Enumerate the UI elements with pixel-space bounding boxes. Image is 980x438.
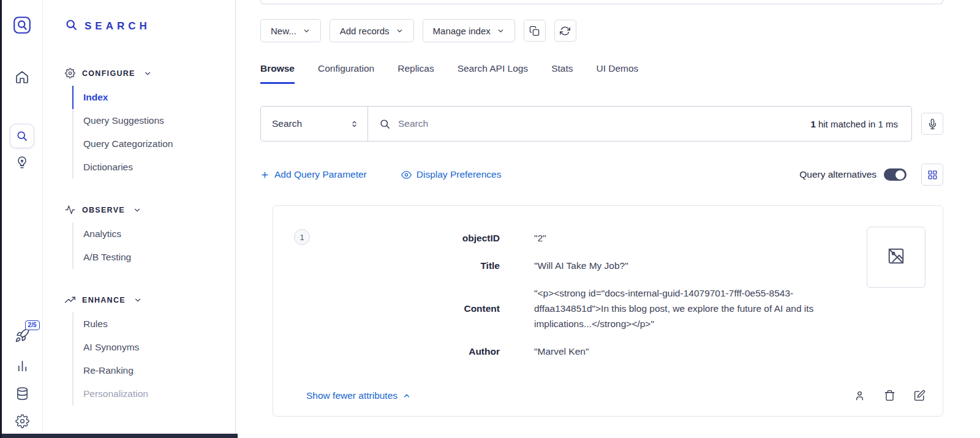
sidebar-item-personalization[interactable]: Personalization — [72, 382, 235, 406]
tab-stats[interactable]: Stats — [551, 63, 573, 84]
hit-number-badge: 1 — [294, 229, 310, 245]
sidebar-item-query-suggestions[interactable]: Query Suggestions — [72, 109, 235, 132]
query-alternatives-label: Query alternatives — [799, 169, 876, 180]
new-button-label: New... — [271, 26, 296, 36]
index-toolbar: New... Add records Manage index — [260, 19, 943, 42]
algolia-logo-icon[interactable] — [13, 16, 31, 34]
refresh-button[interactable] — [554, 20, 576, 42]
chevron-down-icon — [133, 206, 141, 214]
section-configure[interactable]: CONFIGURE — [65, 68, 235, 78]
refresh-icon — [560, 26, 570, 36]
hits-count: 1 — [810, 119, 815, 129]
chevron-down-icon — [303, 27, 311, 35]
add-records-label: Add records — [340, 26, 390, 36]
sidebar-item-rules[interactable]: Rules — [72, 312, 235, 336]
index-tabs: Browse Configuration Replicas Search API… — [260, 63, 943, 84]
search-product-icon[interactable] — [10, 124, 34, 148]
microphone-icon — [927, 119, 938, 129]
tab-browse[interactable]: Browse — [260, 63, 295, 84]
tab-configuration[interactable]: Configuration — [318, 63, 374, 84]
search-scope-selector[interactable]: Search — [261, 107, 368, 141]
hit-footer: Show fewer attributes — [294, 390, 925, 401]
app-window: 2/5 SEARCH CONFIGURE — [0, 0, 980, 438]
home-icon[interactable] — [15, 70, 29, 85]
hit-body: 1 objectID "2" Title "Will AI Take My Jo… — [294, 224, 925, 365]
search-bar: Search 1 hit matched in 1 ms — [260, 106, 912, 142]
tab-replicas[interactable]: Replicas — [398, 63, 434, 84]
hits-summary: 1 hit matched in 1 ms — [810, 119, 911, 129]
manage-index-dropdown-button[interactable]: Manage index — [423, 19, 515, 42]
sidebar-item-query-categorization[interactable]: Query Categorization — [72, 132, 235, 156]
display-preferences-label: Display Preferences — [417, 169, 502, 180]
field-value: "<p><strong id="docs-internal-guid-14079… — [534, 285, 853, 331]
settings-gear-icon[interactable] — [15, 414, 29, 428]
field-row-objectid: objectID "2" — [310, 224, 853, 252]
query-options-row: Add Query Parameter Display Preferences … — [260, 164, 943, 186]
product-title: SEARCH — [85, 20, 151, 32]
field-value: "Will AI Take My Job?" — [534, 258, 628, 273]
display-preferences-link[interactable]: Display Preferences — [401, 169, 502, 180]
enhance-items: Rules AI Synonyms Re-Ranking Personaliza… — [72, 312, 235, 406]
sidebar-item-ai-synonyms[interactable]: AI Synonyms — [72, 336, 235, 359]
sort-chevrons-icon — [350, 119, 359, 129]
product-brand: SEARCH — [65, 18, 235, 34]
section-observe[interactable]: OBSERVE — [65, 205, 235, 215]
configure-items: Index Query Suggestions Query Categoriza… — [72, 86, 235, 179]
section-label: ENHANCE — [82, 296, 126, 304]
add-query-parameter-label: Add Query Parameter — [274, 169, 367, 180]
copy-button[interactable] — [524, 20, 546, 42]
grid-icon — [927, 170, 938, 180]
field-key: Content — [310, 303, 500, 314]
sidebar-item-dictionaries[interactable]: Dictionaries — [72, 156, 235, 179]
delete-trash-icon[interactable] — [884, 390, 895, 401]
sidebar-item-analytics[interactable]: Analytics — [72, 222, 235, 246]
sidebar-item-index[interactable]: Index — [72, 86, 235, 109]
tab-ui-demos[interactable]: UI Demos — [596, 63, 638, 84]
analytics-bar-chart-icon[interactable] — [15, 359, 29, 373]
chevron-down-icon — [497, 27, 505, 35]
section-enhance[interactable]: ENHANCE — [65, 295, 235, 305]
main-content: New... Add records Manage index — [236, 0, 980, 438]
section-label: CONFIGURE — [82, 69, 135, 78]
edit-pencil-icon[interactable] — [914, 390, 925, 401]
gear-icon — [65, 68, 75, 78]
field-value: "Marvel Ken" — [534, 344, 589, 359]
add-records-dropdown-button[interactable]: Add records — [330, 19, 414, 42]
layout-grid-button[interactable] — [921, 164, 943, 186]
show-fewer-label: Show fewer attributes — [306, 390, 398, 401]
section-label: OBSERVE — [82, 206, 125, 214]
trending-up-icon — [65, 295, 75, 305]
hit-fields: objectID "2" Title "Will AI Take My Job?… — [310, 224, 853, 365]
chevron-down-icon — [134, 296, 142, 304]
field-key: Author — [310, 346, 500, 357]
field-key: Title — [310, 260, 500, 271]
field-row-author: Author "Marvel Ken" — [310, 338, 853, 365]
chevron-up-icon — [402, 391, 411, 400]
add-query-parameter-link[interactable]: Add Query Parameter — [260, 169, 367, 180]
search-row: Search 1 hit matched in 1 ms — [260, 106, 943, 142]
sidebar: SEARCH CONFIGURE Index Query Suggestions… — [43, 0, 236, 438]
user-icon[interactable] — [854, 390, 865, 401]
scrolled-header-edge — [260, 0, 943, 4]
activity-icon — [65, 205, 75, 215]
sidebar-item-ab-testing[interactable]: A/B Testing — [72, 246, 235, 269]
query-alternatives-toggle[interactable] — [884, 168, 907, 181]
tab-search-api-logs[interactable]: Search API Logs — [458, 63, 528, 84]
sidebar-item-re-ranking[interactable]: Re-Ranking — [72, 359, 235, 382]
search-scope-label: Search — [272, 118, 302, 129]
missing-image-placeholder[interactable] — [867, 227, 925, 288]
search-input[interactable] — [398, 118, 810, 129]
new-dropdown-button[interactable]: New... — [260, 19, 321, 42]
database-icon[interactable] — [15, 387, 29, 401]
eye-icon — [401, 170, 412, 180]
copy-icon — [529, 26, 540, 36]
field-row-title: Title "Will AI Take My Job?" — [310, 252, 853, 279]
usage-badge: 2/5 — [25, 320, 40, 330]
show-fewer-attributes-link[interactable]: Show fewer attributes — [306, 390, 411, 401]
search-icon — [379, 118, 391, 130]
observe-items: Analytics A/B Testing — [72, 222, 235, 269]
voice-search-button[interactable] — [921, 113, 943, 135]
chevron-down-icon — [396, 27, 404, 35]
recommend-lightbulb-icon[interactable] — [15, 156, 29, 169]
image-off-icon — [887, 247, 905, 268]
